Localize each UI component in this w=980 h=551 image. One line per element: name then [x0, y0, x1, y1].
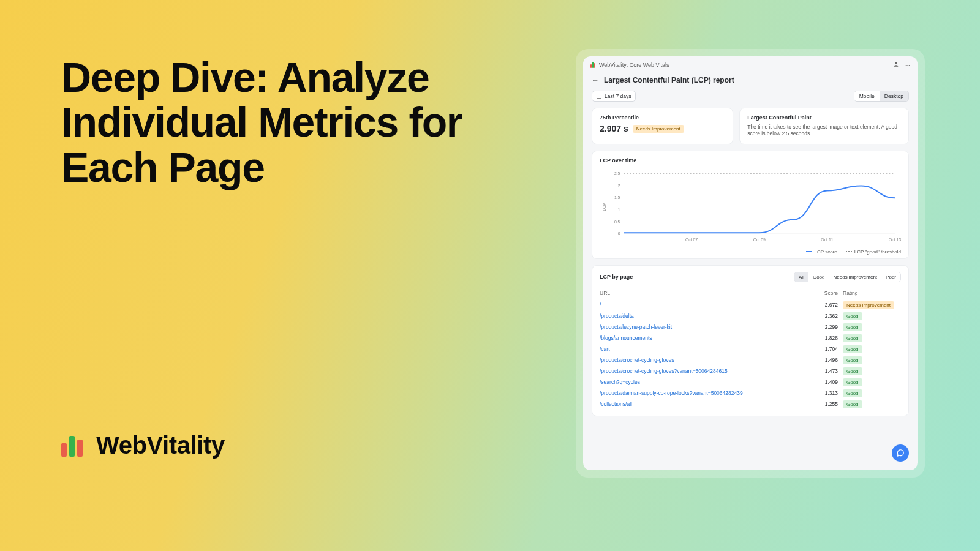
table-row[interactable]: /collections/all1.255Good	[600, 399, 901, 410]
cell-score: 1.828	[817, 332, 843, 343]
cell-score: 2.362	[817, 310, 843, 321]
col-rating: Rating	[843, 287, 901, 299]
svg-text:Oct 11: Oct 11	[821, 238, 833, 242]
svg-text:2.5: 2.5	[614, 171, 620, 176]
table-row[interactable]: /products/crochet-cycling-gloves1.496Goo…	[600, 354, 901, 365]
filter-needs[interactable]: Needs improvement	[829, 272, 882, 282]
svg-text:LCP: LCP	[602, 203, 606, 211]
table-row[interactable]: /cart1.704Good	[600, 343, 901, 354]
brand-name: WebVitality	[96, 432, 225, 459]
cell-score: 2.672	[817, 299, 843, 310]
percentile-card: 75th Percentile 2.907 s Needs Improvemen…	[592, 108, 733, 144]
device-tab-desktop[interactable]: Desktop	[880, 91, 908, 101]
cell-url[interactable]: /products/crochet-cycling-gloves?variant…	[600, 365, 817, 377]
rating-filter: All Good Needs improvement Poor	[794, 272, 901, 282]
svg-text:Oct 13: Oct 13	[889, 238, 901, 242]
cell-score: 1.473	[817, 365, 843, 377]
device-segmented-control: Mobile Desktop	[854, 91, 909, 102]
cell-rating: Good	[843, 399, 901, 410]
back-arrow-icon[interactable]: ←	[592, 76, 599, 84]
cell-rating: Good	[843, 354, 901, 365]
table-row[interactable]: /products/delta2.362Good	[600, 310, 901, 321]
cell-score: 1.313	[817, 388, 843, 399]
chart-card: LCP over time 00.511.522.5 LCP Oct 07Oct…	[592, 151, 909, 259]
device-tab-mobile[interactable]: Mobile	[854, 91, 880, 101]
lcp-by-page-table: URL Score Rating /2.672Needs Improvement…	[600, 287, 901, 410]
description-card: Largest Contentful Paint The time it tak…	[739, 108, 909, 144]
cell-score: 1.496	[817, 354, 843, 365]
filter-poor[interactable]: Poor	[881, 272, 900, 282]
cell-url[interactable]: /products/daiman-supply-co-rope-locks?va…	[600, 388, 817, 399]
table-title: LCP by page	[600, 274, 633, 280]
cell-rating: Good	[843, 365, 901, 377]
table-row[interactable]: /2.672Needs Improvement	[600, 299, 901, 310]
cell-url[interactable]: /products/delta	[600, 310, 817, 321]
percentile-badge: Needs Improvement	[633, 125, 684, 133]
app-title: WebVitality: Core Web Vitals	[599, 62, 669, 68]
cell-rating: Good	[843, 321, 901, 332]
app-logo-icon	[590, 62, 595, 68]
help-fab[interactable]	[892, 444, 909, 462]
cell-url[interactable]: /products/lezyne-patch-lever-kit	[600, 321, 817, 332]
svg-text:1.5: 1.5	[614, 195, 620, 200]
col-url: URL	[600, 287, 817, 299]
cell-rating: Needs Improvement	[843, 299, 901, 310]
cell-url[interactable]: /	[600, 299, 817, 310]
calendar-icon	[597, 94, 601, 99]
table-card: LCP by page All Good Needs improvement P…	[592, 265, 909, 416]
cell-score: 2.299	[817, 321, 843, 332]
cell-score: 1.255	[817, 399, 843, 410]
svg-point-0	[895, 62, 897, 64]
filter-good[interactable]: Good	[809, 272, 829, 282]
table-row[interactable]: /blogs/announcements1.828Good	[600, 332, 901, 343]
chart-title: LCP over time	[600, 157, 901, 163]
cell-score: 1.409	[817, 377, 843, 388]
report-title: Largest Contentful Paint (LCP) report	[604, 76, 734, 84]
cell-url[interactable]: /search?q=cycles	[600, 377, 817, 388]
svg-text:Oct 07: Oct 07	[685, 238, 698, 242]
svg-text:2: 2	[618, 183, 620, 187]
percentile-value: 2.907 s	[600, 124, 628, 133]
hero-headline: Deep Dive: Analyze Individual Metrics fo…	[61, 55, 490, 190]
table-row[interactable]: /products/daiman-supply-co-rope-locks?va…	[600, 388, 901, 399]
cell-rating: Good	[843, 377, 901, 388]
description-card-text: The time it takes to see the largest ima…	[747, 124, 901, 138]
cell-rating: Good	[843, 388, 901, 399]
description-card-title: Largest Contentful Paint	[747, 114, 901, 121]
brand-lockup: WebVitality	[61, 432, 225, 459]
legend-lcp-threshold: LCP "good" threshold	[846, 249, 901, 255]
cell-url[interactable]: /blogs/announcements	[600, 332, 817, 343]
cell-rating: Good	[843, 343, 901, 354]
more-icon[interactable]: ⋯	[904, 62, 910, 69]
cell-url[interactable]: /collections/all	[600, 399, 817, 410]
svg-text:1: 1	[618, 208, 620, 212]
filter-all[interactable]: All	[794, 272, 809, 282]
brand-logo-icon	[61, 435, 83, 457]
cell-rating: Good	[843, 332, 901, 343]
svg-text:Oct 09: Oct 09	[753, 238, 766, 242]
date-range-picker[interactable]: Last 7 days	[592, 91, 636, 102]
cell-score: 1.704	[817, 343, 843, 354]
user-icon[interactable]	[893, 61, 899, 69]
cell-url[interactable]: /products/crochet-cycling-gloves	[600, 354, 817, 365]
percentile-card-title: 75th Percentile	[600, 114, 725, 121]
svg-text:0: 0	[618, 231, 620, 236]
table-row[interactable]: /products/crochet-cycling-gloves?variant…	[600, 365, 901, 377]
app-window: WebVitality: Core Web Vitals ⋯ ← Largest…	[583, 56, 918, 470]
svg-text:0.5: 0.5	[614, 220, 620, 224]
col-score: Score	[817, 287, 843, 299]
lcp-chart: 00.511.522.5 LCP Oct 07Oct 09Oct 11Oct 1…	[600, 167, 901, 247]
date-range-label: Last 7 days	[605, 93, 631, 99]
cell-url[interactable]: /cart	[600, 343, 817, 354]
cell-rating: Good	[843, 310, 901, 321]
table-row[interactable]: /search?q=cycles1.409Good	[600, 377, 901, 388]
legend-lcp-score: LCP score	[806, 249, 837, 255]
table-row[interactable]: /products/lezyne-patch-lever-kit2.299Goo…	[600, 321, 901, 332]
